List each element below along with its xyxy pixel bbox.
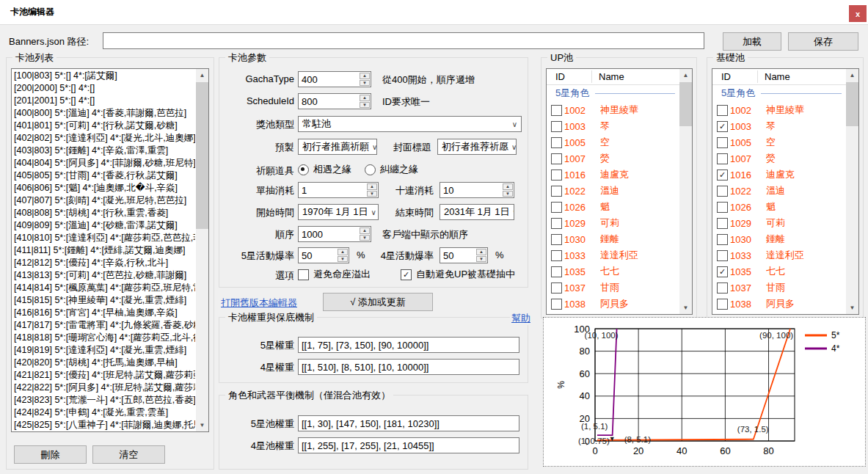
table-row[interactable]: 1026魈 [712, 199, 846, 215]
checkbox-checked-icon[interactable]: ✓ [717, 266, 728, 277]
scroll-thumb[interactable] [679, 82, 692, 126]
table-row[interactable]: 1038阿貝多 [712, 296, 846, 312]
table-row[interactable]: 1026魈 [547, 199, 679, 215]
table-row[interactable]: 1030鍾離 [547, 231, 679, 247]
scroll-down-icon[interactable]: ▼ [846, 302, 858, 314]
pool-listbox[interactable]: [100|803] 5*:[] 4*:[諾艾爾][200|2000] 5*:[]… [11, 68, 209, 432]
four-star-rate-spinner[interactable]: 50 ▲▼ [440, 247, 488, 263]
table-row[interactable]: 1022溫迪 [712, 183, 846, 199]
checkbox-checked-icon[interactable]: ✓ [401, 269, 412, 280]
pool-list-item[interactable]: [100|803] 5*:[] 4*:[諾艾爾] [12, 70, 195, 82]
table-row[interactable]: 1007熒 [547, 150, 679, 167]
table-row[interactable]: 1003琴 [547, 118, 679, 134]
checkbox-unchecked-icon[interactable] [298, 269, 309, 280]
checkbox-unchecked-icon[interactable] [551, 186, 562, 197]
checkbox-unchecked-icon[interactable] [717, 202, 728, 213]
pool-list-item[interactable]: [423|823] 5*:[荒瀧一斗] 4*:[五郎,芭芭拉,香菱] [12, 394, 195, 406]
checkbox-unchecked-icon[interactable] [551, 266, 562, 277]
table-row[interactable]: 1007熒 [712, 150, 846, 167]
checkbox-unchecked-icon[interactable] [551, 153, 562, 164]
scroll-thumb[interactable] [846, 82, 858, 126]
checkbox-unchecked-icon[interactable] [717, 234, 728, 245]
spin-down-icon[interactable]: ▼ [367, 191, 377, 197]
pool-list-item[interactable]: [413|813] 5*:[可莉] 4*:[芭芭拉,砂糖,菲謝爾] [12, 269, 195, 282]
pool-type-select[interactable]: 常駐池 ∨ [298, 116, 522, 132]
pool-list-item[interactable]: [410|810] 5*:[達達利亞] 4*:[蘿莎莉亞,芭芭拉,菲謝爾] [12, 232, 195, 244]
up-pool-scrollbar[interactable]: ▲ ▼ [679, 69, 692, 314]
pool-list-item[interactable]: [425|825] 5*:[八重神子] 4*:[菲謝爾,迪奧娜,托馬] [12, 419, 195, 431]
checkbox-unchecked-icon[interactable] [551, 282, 562, 293]
table-row[interactable]: 1029可莉 [547, 215, 679, 231]
order-spinner[interactable]: 1000 ▲▼ [298, 226, 371, 242]
spin-down-icon[interactable]: ▼ [503, 191, 513, 197]
checkbox-unchecked-icon[interactable] [717, 250, 728, 261]
table-row[interactable]: 1035七七 [547, 263, 679, 280]
pool-list-item[interactable]: [424|824] 5*:[申鶴] 4*:[凝光,重雲,雲堇] [12, 406, 195, 419]
checkbox-unchecked-icon[interactable] [551, 105, 562, 116]
five-star-weight-input[interactable]: [[1, 75], [73, 150], [90, 10000]] [298, 337, 519, 353]
pool-list-item[interactable]: [400|800] 5*:[溫迪] 4*:[香菱,菲謝爾,芭芭拉] [12, 107, 195, 120]
spin-up-icon[interactable]: ▲ [367, 183, 377, 190]
pool-list-scrollbar[interactable]: ▲ ▼ [196, 69, 208, 431]
scroll-up-icon[interactable]: ▲ [846, 69, 858, 81]
save-button[interactable]: 保存 [788, 32, 858, 51]
checkbox-unchecked-icon[interactable] [717, 218, 728, 229]
delete-button[interactable]: 刪除 [14, 445, 87, 464]
spin-up-icon[interactable]: ▲ [503, 183, 513, 190]
table-row[interactable]: 1037甘雨 [712, 280, 846, 296]
scroll-down-icon[interactable]: ▼ [679, 302, 692, 314]
scroll-down-icon[interactable]: ▼ [196, 419, 208, 431]
table-row[interactable]: 1030鍾離 [712, 231, 846, 247]
five-star-rate-spinner[interactable]: 50 ▲▼ [298, 247, 349, 263]
checkbox-unchecked-icon[interactable] [717, 153, 728, 164]
pool-list-item[interactable]: [406|806] 5*:[魈] 4*:[迪奧娜,北�斗,辛焱] [12, 182, 195, 194]
radio-acquaint-fate[interactable]: 相遇之緣 [298, 163, 351, 176]
pool-list-item[interactable]: [414|814] 5*:[楓原萬葉] 4*:[蘿莎莉亞,班尼特,雷澤] [12, 282, 195, 294]
pool-list-item[interactable]: [411|811] 5*:[鍾離] 4*:[煙緋,諾艾爾,迪奧娜] [12, 244, 195, 257]
table-row[interactable]: 1002神里綾華 [547, 102, 679, 118]
checkbox-unchecked-icon[interactable] [551, 202, 562, 213]
checkbox-unchecked-icon[interactable] [717, 137, 728, 148]
pool-list-item[interactable]: [409|809] 5*:[溫迪] 4*:[砂糖,雷澤,諾艾爾] [12, 219, 195, 232]
spin-down-icon[interactable]: ▼ [360, 80, 370, 87]
checkbox-unchecked-icon[interactable] [717, 186, 728, 197]
start-time-picker[interactable]: 1970年 1月 1日 ∨ [298, 204, 379, 220]
pool-list-item[interactable]: [401|801] 5*:[可莉] 4*:[行秋,諾艾爾,砂糖] [12, 120, 195, 132]
path-input[interactable] [103, 32, 704, 49]
load-button[interactable]: 加載 [723, 32, 781, 51]
scroll-up-icon[interactable]: ▲ [679, 69, 692, 81]
checkbox-unchecked-icon[interactable] [717, 105, 728, 116]
table-row[interactable]: 1005空 [547, 134, 679, 150]
pool-list-item[interactable]: [419|819] 5*:[達達利亞] 4*:[凝光,重雲,煙緋] [12, 344, 195, 357]
table-row[interactable]: 1038阿貝多 [547, 296, 679, 312]
pool-list-item[interactable]: [407|807] 5*:[刻晴] 4*:[凝光,班尼特,芭芭拉] [12, 194, 195, 207]
table-row[interactable]: ✓1035七七 [712, 263, 846, 280]
checkbox-unchecked-icon[interactable] [551, 250, 562, 261]
scroll-up-icon[interactable]: ▲ [196, 69, 208, 81]
preset-select[interactable]: 初行者推薦祈願 ∨ [298, 139, 377, 155]
pool-list-item[interactable]: [420|820] 5*:[胡桃] 4*:[托馬,迪奧娜,早柚] [12, 357, 195, 369]
ten-cost-spinner[interactable]: 10 ▲▼ [440, 182, 514, 198]
pool-list-item[interactable]: [403|803] 5*:[鍾離] 4*:[辛焱,雷澤,重雲] [12, 145, 195, 157]
table-row[interactable]: ✓1003琴 [712, 118, 846, 134]
five-star-pool-weight-input[interactable]: [[1, 30], [147, 150], [181, 10230]] [298, 415, 519, 431]
add-or-update-button[interactable]: √ 添加或更新 [323, 293, 433, 311]
spin-up-icon[interactable]: ▲ [338, 249, 348, 255]
table-row[interactable]: 1016迪盧克 [547, 167, 679, 183]
four-star-pool-weight-input[interactable]: [[1, 255], [17, 255], [21, 10455]] [298, 437, 519, 453]
checkbox-checked-icon[interactable]: ✓ [717, 169, 728, 181]
table-row[interactable]: 1002神里綾華 [712, 102, 846, 118]
table-row[interactable]: 1005空 [712, 134, 846, 150]
pool-list-item[interactable]: [402|802] 5*:[達達利亞] 4*:[凝光,北斗,迪奧娜] [12, 132, 195, 145]
checkbox-unchecked-icon[interactable] [551, 218, 562, 229]
spin-up-icon[interactable]: ▲ [476, 249, 486, 255]
spin-down-icon[interactable]: ▼ [338, 256, 348, 263]
pool-list-item[interactable]: [201|2001] 5*:[] 4*:[] [12, 95, 195, 107]
checkbox-unchecked-icon[interactable] [551, 299, 562, 310]
option-avoid-constellation[interactable]: 避免命座溢出 [298, 268, 371, 281]
scroll-thumb[interactable] [196, 82, 208, 229]
pool-list-item[interactable]: [418|818] 5*:[珊瑚宮心海] 4*:[蘿莎莉亞,北斗,行秋] [12, 332, 195, 344]
help-link[interactable]: 幫助 [510, 312, 532, 325]
table-row[interactable]: 1033達達利亞 [712, 247, 846, 263]
spin-down-icon[interactable]: ▼ [360, 102, 370, 109]
